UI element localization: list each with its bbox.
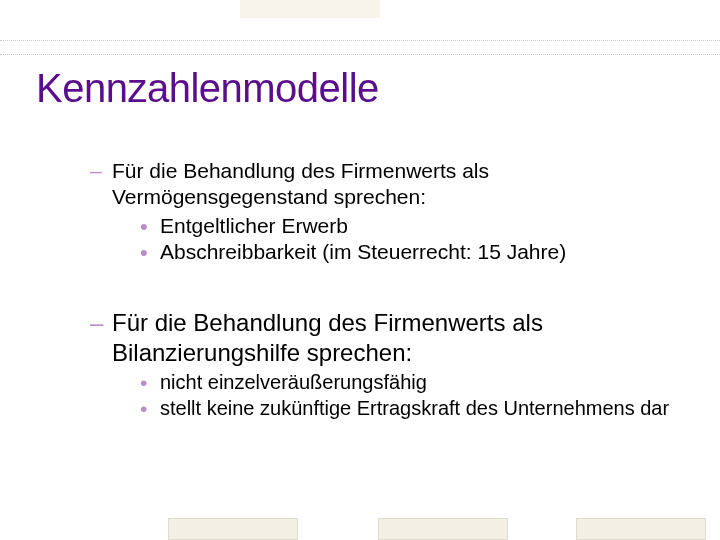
sub-bullet: Abschreibbarkeit (im Steuerrecht: 15 Jah… [140, 239, 670, 266]
slide-title: Kennzahlenmodelle [36, 66, 379, 111]
point-1: Für die Behandlung des Firmenwerts als V… [90, 158, 670, 266]
point-2-lead: Für die Behandlung des Firmenwerts als B… [112, 309, 543, 366]
point-2-sublist: nicht einzelveräußerungsfähig stellt kei… [140, 370, 670, 421]
sub-bullet: nicht einzelveräußerungsfähig [140, 370, 670, 396]
slide-content: Für die Behandlung des Firmenwerts als V… [90, 158, 670, 431]
decorative-dots-row [0, 54, 720, 56]
decorative-top-box [240, 0, 380, 18]
decorative-box [576, 518, 706, 540]
decorative-box [378, 518, 508, 540]
sub-bullet: Entgeltlicher Erwerb [140, 213, 670, 240]
decorative-dots-row [0, 40, 720, 42]
sub-bullet: stellt keine zukünftige Ertragskraft des… [140, 396, 670, 422]
point-1-sublist: Entgeltlicher Erwerb Abschreibbarkeit (i… [140, 213, 670, 267]
point-2: Für die Behandlung des Firmenwerts als B… [90, 308, 670, 421]
point-1-lead: Für die Behandlung des Firmenwerts als V… [112, 159, 489, 208]
decorative-box [168, 518, 298, 540]
slide: Kennzahlenmodelle Für die Behandlung des… [0, 0, 720, 540]
decorative-bottom-boxes [0, 514, 720, 540]
